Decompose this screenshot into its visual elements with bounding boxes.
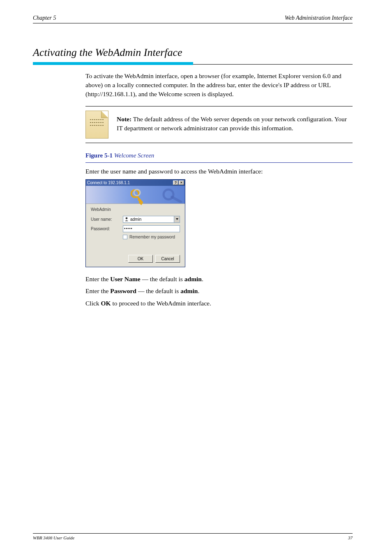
dialog-banner	[86, 186, 185, 204]
url-text: http://192.168.1.1	[88, 90, 133, 97]
username-input[interactable]: admin	[123, 216, 180, 223]
footer-rule	[33, 533, 353, 534]
header-right: Web Administration Interface	[285, 15, 353, 21]
realm-text: WebAdmin	[91, 207, 180, 212]
note-icon	[85, 111, 108, 139]
instruction-line-3: Click OK to proceed to the WebAdmin inte…	[85, 299, 353, 308]
user-icon	[124, 217, 129, 222]
figure-rule	[85, 162, 353, 163]
intro-paragraph: To activate the WebAdmin interface, open…	[85, 72, 353, 99]
section-title: Activating the WebAdmin Interface	[33, 46, 353, 59]
remember-checkbox[interactable]	[123, 235, 127, 239]
header-rule	[33, 23, 353, 23]
note-text: The default address of the Web server de…	[117, 116, 347, 132]
username-value: admin	[130, 217, 141, 222]
figure-caption: Welcome Screen	[114, 152, 154, 159]
login-dialog: Connect to 192.168.1.1 ? × WebAdmin User…	[85, 179, 185, 267]
footer-left: WBR 3408 User Guide	[33, 535, 74, 540]
accent-line	[33, 62, 353, 65]
username-label: User name:	[91, 217, 123, 222]
header-left: Chapter 5	[33, 15, 56, 21]
password-label: Password:	[91, 227, 123, 231]
password-input[interactable]: •••••	[123, 225, 180, 232]
help-button[interactable]: ?	[173, 180, 178, 185]
note-block: Note: The default address of the Web ser…	[85, 106, 353, 143]
chevron-down-icon	[176, 218, 178, 220]
close-button[interactable]: ×	[179, 180, 184, 185]
cancel-button[interactable]: Cancel	[155, 255, 180, 263]
password-value: •••••	[124, 227, 133, 231]
ok-button[interactable]: OK	[128, 255, 153, 263]
note-label: Note:	[117, 116, 131, 123]
remember-label: Remember my password	[129, 235, 175, 239]
figure-number: Figure 5-1	[85, 152, 113, 159]
username-dropdown-button[interactable]	[174, 216, 180, 222]
footer-page-number: 37	[348, 535, 353, 540]
banner-key-icon	[161, 187, 183, 203]
svg-point-3	[126, 217, 128, 220]
titlebar: Connect to 192.168.1.1 ? ×	[86, 180, 185, 186]
step-instruction: Enter the user name and password to acce…	[85, 167, 353, 176]
instruction-line-1: Enter the User Name — the default is adm…	[85, 275, 353, 284]
instruction-line-2: Enter the Password — the default is admi…	[85, 287, 353, 296]
dialog-title: Connect to 192.168.1.1	[87, 180, 130, 185]
